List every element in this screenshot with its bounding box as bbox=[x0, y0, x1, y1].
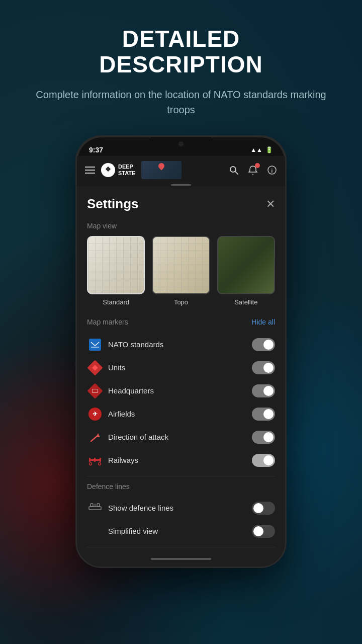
toggle-row-airfields: ✈ Airfields bbox=[87, 403, 275, 426]
divider-1 bbox=[87, 476, 275, 476]
signal-icon: ▲▲ bbox=[250, 146, 262, 153]
notch bbox=[151, 137, 211, 151]
header-section: DETAILED DESCRIPTION Complete informatio… bbox=[0, 26, 362, 117]
svg-point-1 bbox=[230, 167, 236, 172]
map-label-satellite: Satellite bbox=[234, 298, 257, 306]
direction-icon bbox=[87, 429, 103, 445]
map-view-label: Map view bbox=[87, 222, 275, 230]
map-thumb-standard[interactable]: ——— ——— Standard bbox=[87, 236, 145, 305]
settings-close-button[interactable]: ✕ bbox=[266, 198, 275, 211]
simplified-icon bbox=[87, 523, 103, 539]
defence-toggle[interactable] bbox=[252, 502, 275, 515]
hq-toggle[interactable] bbox=[252, 384, 275, 397]
direction-toggle[interactable] bbox=[252, 431, 275, 444]
subtitle: Complete information on the location of … bbox=[30, 87, 332, 117]
svg-rect-11 bbox=[94, 458, 96, 462]
screen-content: DEEP STATE bbox=[77, 156, 285, 567]
railways-toggle[interactable] bbox=[252, 454, 275, 467]
toggle-row-direction: Direction of attack bbox=[87, 426, 275, 449]
logo-icon bbox=[101, 163, 115, 177]
app-bar: DEEP STATE bbox=[77, 156, 285, 184]
hq-label: Headquarters bbox=[108, 386, 252, 395]
camera bbox=[178, 141, 184, 146]
info-button[interactable]: i bbox=[267, 165, 277, 175]
settings-title: Settings bbox=[87, 196, 139, 212]
hq-icon bbox=[87, 383, 103, 399]
nato-label: NATO standards bbox=[108, 340, 252, 349]
phone-mockup: 9:37 ▲▲ 🔋 bbox=[75, 135, 287, 568]
toggle-row-simplified: Simplified view bbox=[87, 520, 275, 543]
map-thumb-topo[interactable]: — — — Topo bbox=[152, 236, 210, 305]
menu-button[interactable] bbox=[85, 167, 95, 174]
settings-panel[interactable]: Settings ✕ Map view ——— ——— Standard bbox=[77, 186, 285, 551]
toggle-row-nato: NATO standards bbox=[87, 333, 275, 356]
svg-marker-8 bbox=[96, 433, 100, 437]
notification-badge bbox=[255, 163, 260, 168]
airfields-icon: ✈ bbox=[87, 406, 103, 422]
svg-point-13 bbox=[89, 462, 92, 465]
svg-point-14 bbox=[99, 462, 101, 465]
map-thumb-standard-img: ——— ——— bbox=[87, 236, 145, 294]
app-bar-left: DEEP STATE bbox=[85, 161, 182, 179]
airfields-toggle[interactable] bbox=[252, 408, 275, 421]
svg-rect-17 bbox=[97, 504, 100, 507]
status-time: 9:37 bbox=[89, 146, 103, 154]
app-bar-right: i bbox=[229, 165, 277, 175]
main-title: DETAILED DESCRIPTION bbox=[30, 26, 332, 77]
divider-2 bbox=[87, 547, 275, 547]
nato-toggle[interactable] bbox=[252, 338, 275, 351]
units-label: Units bbox=[108, 363, 252, 372]
railways-label: Railways bbox=[108, 456, 252, 464]
home-bar bbox=[77, 551, 285, 567]
toggle-row-defence: Show defence lines bbox=[87, 497, 275, 520]
notifications-button[interactable] bbox=[248, 165, 258, 175]
svg-line-2 bbox=[235, 172, 238, 174]
battery-icon: 🔋 bbox=[265, 146, 273, 153]
logo-area: DEEP STATE bbox=[101, 163, 135, 177]
map-markers-label: Map markers bbox=[87, 318, 128, 326]
toggle-row-railways: Railways bbox=[87, 449, 275, 472]
svg-rect-10 bbox=[89, 458, 90, 462]
tab-bar bbox=[171, 184, 191, 186]
search-button[interactable] bbox=[229, 165, 239, 175]
svg-point-0 bbox=[107, 168, 110, 171]
toggle-row-hq: Headquarters bbox=[87, 379, 275, 403]
hide-all-button[interactable]: Hide all bbox=[251, 318, 275, 326]
svg-rect-16 bbox=[90, 504, 93, 507]
nato-icon bbox=[87, 337, 103, 353]
toggle-row-units: Units bbox=[87, 356, 275, 379]
map-thumb-topo-img: — — — bbox=[152, 236, 210, 294]
home-indicator bbox=[151, 558, 211, 560]
settings-header: Settings ✕ bbox=[87, 196, 275, 212]
phone-screen: 9:37 ▲▲ 🔋 bbox=[75, 135, 287, 568]
page-container: DETAILED DESCRIPTION Complete informatio… bbox=[0, 0, 362, 644]
svg-text:i: i bbox=[272, 168, 273, 174]
svg-rect-12 bbox=[100, 458, 101, 462]
simplified-label: Simplified view bbox=[108, 527, 252, 535]
map-preview-bar bbox=[141, 161, 182, 179]
simplified-toggle[interactable] bbox=[252, 525, 275, 538]
nato-toggle-knob bbox=[263, 340, 274, 350]
map-view-options: ——— ——— Standard — — — Topo bbox=[87, 236, 275, 305]
map-label-standard: Standard bbox=[103, 298, 129, 306]
app-name: DEEP STATE bbox=[118, 164, 135, 177]
defence-icon bbox=[87, 500, 103, 516]
railways-icon bbox=[87, 452, 103, 468]
defence-lines-label: Defence lines bbox=[87, 482, 275, 491]
units-icon bbox=[87, 360, 103, 376]
direction-label: Direction of attack bbox=[108, 433, 252, 441]
map-thumb-satellite-img bbox=[217, 236, 275, 294]
map-thumb-satellite[interactable]: Satellite bbox=[217, 236, 275, 305]
map-markers-header: Map markers Hide all bbox=[87, 318, 275, 326]
svg-rect-15 bbox=[89, 507, 101, 510]
status-icons: ▲▲ 🔋 bbox=[250, 146, 273, 153]
units-toggle[interactable] bbox=[252, 361, 275, 374]
airfields-label: Airfields bbox=[108, 410, 252, 418]
defence-label: Show defence lines bbox=[108, 504, 252, 512]
map-label-topo: Topo bbox=[174, 298, 188, 306]
